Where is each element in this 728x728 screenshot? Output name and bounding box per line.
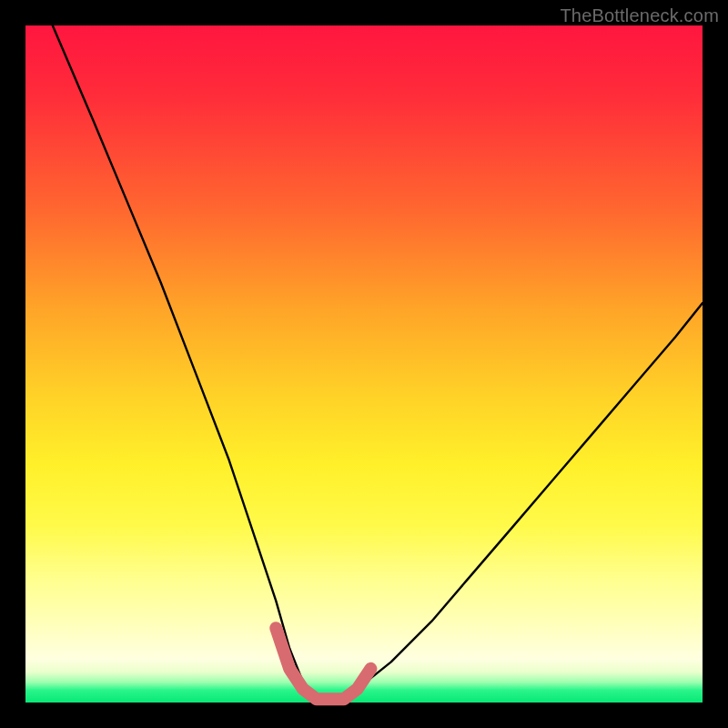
watermark-text: TheBottleneck.com [560, 5, 719, 26]
bottleneck-curve [53, 25, 703, 696]
curve-svg [25, 25, 703, 703]
bottleneck-curve-highlight [276, 628, 370, 699]
chart-frame: TheBottleneck.com [0, 0, 728, 728]
plot-area [25, 25, 703, 703]
